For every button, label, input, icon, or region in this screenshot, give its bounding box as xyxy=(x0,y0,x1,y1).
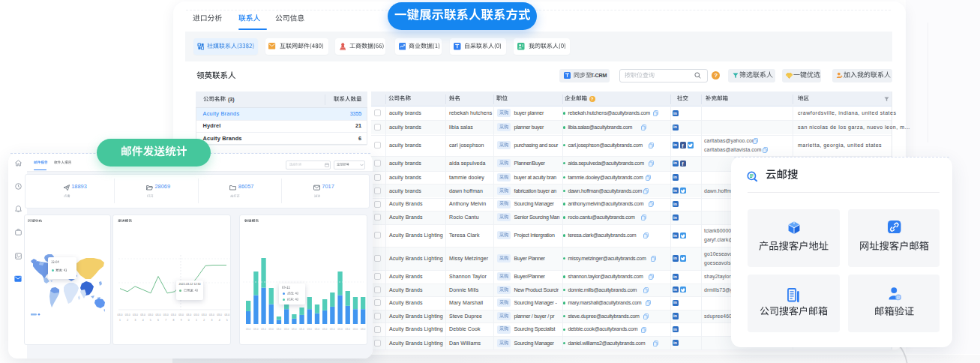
svg-text:@: @ xyxy=(896,295,901,299)
